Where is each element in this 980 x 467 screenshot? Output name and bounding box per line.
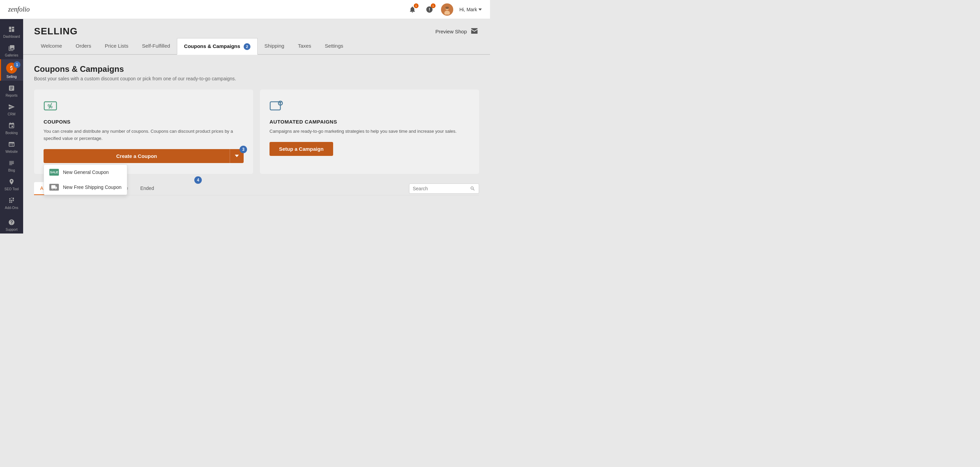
sidebar-item-label: Booking [5, 131, 18, 135]
sidebar-item-reports[interactable]: Reports [0, 81, 23, 99]
campaigns-card-title: AUTOMATED CAMPAIGNS [269, 119, 469, 124]
tab-shipping[interactable]: Shipping [258, 38, 291, 55]
main-content: SELLING Preview Shop Welcome Orders Pric… [23, 19, 490, 234]
truck-icon [51, 184, 57, 190]
filter-tab-ended[interactable]: Ended [134, 182, 160, 195]
shipping-icon [49, 184, 59, 191]
sidebar-item-label: SEO Tool [5, 187, 19, 191]
tab-settings[interactable]: Settings [318, 38, 350, 55]
tab-welcome[interactable]: Welcome [34, 38, 69, 55]
website-icon [8, 140, 16, 148]
tab-taxes[interactable]: Taxes [291, 38, 318, 55]
create-coupon-button[interactable]: Create a Coupon [43, 149, 230, 163]
blog-icon [8, 159, 16, 167]
section-subtitle: Boost your sales with a custom discount … [34, 76, 479, 81]
sidebar-item-seo-tool[interactable]: SEO Tool [0, 174, 23, 193]
sidebar-item-label: Website [5, 150, 18, 153]
tab-coupons-campaigns[interactable]: Coupons & Campaigns 2 [177, 38, 258, 55]
alerts-badge: 1 [431, 3, 436, 8]
setup-campaign-button[interactable]: Setup a Campaign [269, 142, 333, 156]
dashboard-icon [8, 25, 16, 33]
sidebar-item-label: CRM [8, 112, 16, 116]
tab-price-lists[interactable]: Price Lists [98, 38, 135, 55]
main-header: SELLING Preview Shop [23, 19, 490, 37]
sidebar-item-booking[interactable]: Booking [0, 118, 23, 137]
support-icon [8, 218, 16, 226]
sale-tag-icon: SALE [49, 169, 59, 175]
booking-icon [8, 121, 16, 130]
svg-rect-6 [270, 102, 280, 110]
notifications-button[interactable]: 1 [407, 4, 418, 15]
topbar: zenfolio 1 1 Hi, Mark [0, 0, 490, 19]
page-title: SELLING [34, 26, 78, 37]
coupons-card: % COUPONS You can create and distribute … [34, 89, 253, 174]
campaign-icon [269, 99, 283, 113]
campaigns-card-desc: Campaigns are ready-to-go marketing stra… [269, 128, 469, 135]
reports-icon [8, 84, 16, 92]
sidebar: Dashboard Galleries Selling 1 Reports [0, 19, 23, 234]
search-box [409, 183, 479, 194]
chevron-down-icon [235, 155, 239, 157]
notifications-badge: 1 [414, 3, 418, 8]
sidebar-item-galleries[interactable]: Galleries [0, 40, 23, 59]
coupons-card-desc: You can create and distribute any number… [43, 128, 243, 142]
logo: zenfolio [8, 5, 30, 13]
sidebar-item-crm[interactable]: CRM [0, 99, 23, 118]
topbar-right: 1 1 Hi, Mark [407, 3, 482, 16]
tab-self-fulfilled[interactable]: Self-Fulfilled [135, 38, 177, 55]
coupon-icon: % [43, 99, 57, 113]
shop-icon [469, 27, 479, 36]
seo-icon [8, 178, 16, 186]
coupon-icon-wrap: % [43, 99, 243, 114]
campaigns-card: AUTOMATED CAMPAIGNS Campaigns are ready-… [260, 89, 479, 174]
step4-badge: 4 [194, 176, 202, 184]
search-input[interactable] [413, 186, 467, 191]
new-shipping-coupon-item[interactable]: New Free Shipping Coupon 4 [44, 180, 127, 195]
sidebar-item-support[interactable]: Support [0, 215, 23, 234]
chevron-down-icon [479, 8, 482, 11]
user-greeting[interactable]: Hi, Mark [460, 7, 482, 12]
tab-bar: Welcome Orders Price Lists Self-Fulfille… [23, 38, 490, 55]
avatar-icon [442, 5, 452, 14]
sidebar-item-label: Add-Ons [5, 206, 18, 210]
sidebar-item-label: Support [5, 228, 18, 231]
cards-row: % COUPONS You can create and distribute … [34, 89, 479, 174]
search-icon [470, 186, 476, 191]
content-area: Coupons & Campaigns Boost your sales wit… [23, 55, 490, 234]
preview-shop-button[interactable]: Preview Shop [435, 27, 479, 36]
crm-icon [8, 103, 16, 111]
avatar[interactable] [441, 3, 453, 16]
sidebar-item-label: Reports [5, 94, 18, 97]
new-general-coupon-item[interactable]: SALE New General Coupon [44, 165, 127, 180]
sidebar-item-label: Blog [8, 169, 15, 172]
create-coupon-dropdown: SALE New General Coupon New Free Shippin… [43, 164, 127, 195]
campaign-icon-wrap [269, 99, 469, 114]
sidebar-item-website[interactable]: Website [0, 137, 23, 156]
step1-badge: 1 [14, 61, 21, 68]
tab-orders[interactable]: Orders [69, 38, 98, 55]
layout: Dashboard Galleries Selling 1 Reports [0, 19, 490, 234]
coupons-card-title: COUPONS [43, 119, 243, 124]
sidebar-item-blog[interactable]: Blog [0, 156, 23, 174]
step3-badge: 3 [240, 146, 247, 153]
galleries-icon [8, 44, 16, 52]
sidebar-item-dashboard[interactable]: Dashboard [0, 22, 23, 40]
create-coupon-btn-wrap: Create a Coupon 3 SALE New General Coupo… [43, 149, 243, 163]
sidebar-item-label: Dashboard [3, 35, 20, 38]
tab-step2-badge: 2 [243, 43, 250, 50]
section-title: Coupons & Campaigns [34, 64, 479, 74]
svg-rect-3 [445, 6, 449, 9]
alerts-button[interactable]: 1 [424, 4, 435, 15]
sidebar-item-label: Galleries [5, 53, 18, 57]
sidebar-item-selling[interactable]: Selling 1 [0, 59, 23, 81]
sidebar-item-add-ons[interactable]: Add-Ons [0, 193, 23, 212]
add-ons-icon [8, 196, 16, 204]
sidebar-item-label: Selling [6, 75, 17, 79]
